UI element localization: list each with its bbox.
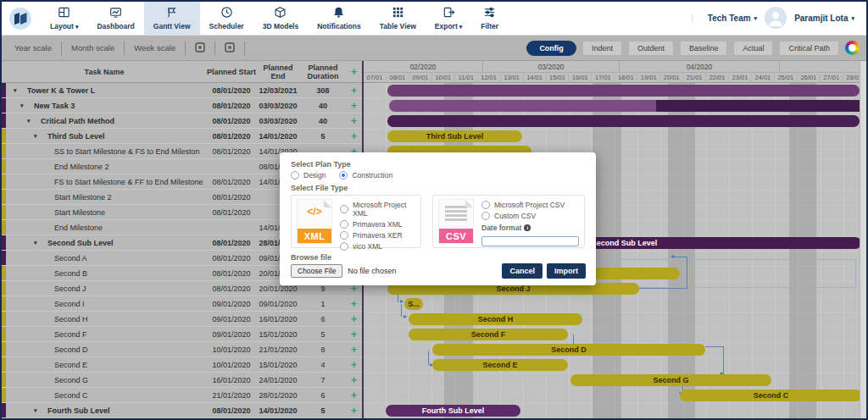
add-task-icon[interactable]: + bbox=[346, 131, 362, 141]
collapse-all-button[interactable] bbox=[186, 41, 215, 55]
nav-item-table-view[interactable]: Table View bbox=[370, 2, 426, 35]
add-task-icon[interactable]: + bbox=[346, 116, 362, 126]
app-logo-icon[interactable] bbox=[8, 7, 32, 30]
plan-option-construction[interactable]: Construction bbox=[339, 171, 392, 180]
cancel-button[interactable]: Cancel bbox=[502, 263, 542, 279]
date-format-input[interactable] bbox=[481, 236, 579, 246]
gantt-bar-fourth-sub-level[interactable]: Fourth Sub Level bbox=[386, 405, 520, 417]
file-option-custom-csv[interactable]: Custom CSV bbox=[481, 212, 579, 220]
table-row[interactable]: Second F09/01/202015/01/20205+ bbox=[2, 327, 362, 342]
file-option-vico-xml[interactable]: vico XML bbox=[340, 242, 415, 251]
table-row[interactable]: ▾Third Sub Level08/01/202014/01/20205+ bbox=[2, 129, 362, 144]
color-wheel-icon[interactable] bbox=[845, 41, 860, 55]
radio-icon[interactable] bbox=[291, 171, 299, 180]
add-task-icon[interactable]: + bbox=[346, 406, 362, 416]
file-option-primavera-xml[interactable]: Primavera XML bbox=[340, 220, 415, 229]
add-column-icon[interactable]: + bbox=[346, 67, 362, 77]
choose-file-button[interactable]: Choose File bbox=[291, 264, 342, 278]
table-row[interactable]: Second I09/01/202009/01/20201+ bbox=[2, 296, 362, 312]
table-row[interactable]: Second C21/01/202028/01/20206+ bbox=[2, 388, 362, 403]
scale-month-scale[interactable]: Month scale bbox=[62, 41, 125, 55]
radio-icon[interactable] bbox=[481, 201, 490, 209]
expand-arrow-icon[interactable]: ▾ bbox=[27, 118, 31, 124]
table-row[interactable]: Second E10/01/202015/01/20204+ bbox=[2, 357, 362, 373]
plan-option-design[interactable]: Design bbox=[291, 171, 326, 180]
col-planned-duration[interactable]: Planned Duration bbox=[300, 64, 346, 80]
gantt-bar-second-d[interactable]: Second D bbox=[432, 344, 705, 356]
table-row[interactable]: Second G16/01/202024/01/20207+ bbox=[2, 373, 362, 388]
scale-week-scale[interactable]: Week scale bbox=[125, 41, 186, 55]
planned-start-cell: 09/01/2020 bbox=[207, 330, 256, 339]
expand-arrow-icon[interactable]: ▾ bbox=[14, 87, 17, 94]
expand-arrow-icon[interactable]: ▾ bbox=[34, 407, 37, 414]
outdent-button[interactable]: Outdent bbox=[628, 41, 674, 56]
add-task-icon[interactable]: + bbox=[346, 360, 362, 370]
add-task-icon[interactable]: + bbox=[346, 101, 362, 111]
add-task-icon[interactable]: + bbox=[346, 314, 362, 324]
table-row[interactable]: ▾Critical Path Method08/01/202003/03/202… bbox=[2, 113, 362, 129]
gantt-bar-second-c[interactable]: Second C bbox=[680, 390, 862, 401]
user-menu[interactable]: Paramjit Lota ▾ bbox=[794, 14, 854, 23]
gantt-bar-second-f[interactable]: Second F bbox=[409, 329, 568, 340]
gantt-bar-second-h[interactable]: Second H bbox=[409, 313, 582, 325]
radio-icon[interactable] bbox=[340, 205, 348, 213]
file-option-primavera-xer[interactable]: Primavera XER bbox=[340, 231, 415, 240]
gantt-bar[interactable] bbox=[656, 100, 866, 112]
add-task-icon[interactable]: + bbox=[346, 375, 362, 385]
add-task-icon[interactable]: + bbox=[346, 390, 362, 401]
config-button[interactable]: Config bbox=[526, 41, 576, 56]
nav-item-gantt-view[interactable]: Gantt View bbox=[144, 2, 200, 35]
baseline-button[interactable]: Baseline bbox=[680, 41, 728, 56]
expand-arrow-icon[interactable]: ▾ bbox=[34, 133, 37, 140]
table-row[interactable]: ▾Tower K & Tower L08/01/202012/03/202130… bbox=[2, 83, 362, 98]
add-task-icon[interactable]: + bbox=[346, 345, 362, 355]
planned-duration-cell: 5 bbox=[300, 406, 346, 415]
col-task-name[interactable]: Task Name bbox=[2, 68, 207, 76]
planned-duration-cell: 4 bbox=[300, 361, 346, 369]
nav-item-scheduler[interactable]: Scheduler bbox=[200, 2, 253, 35]
file-option-microsoft-project-xml[interactable]: Microsoft Project XML bbox=[340, 201, 415, 218]
radio-icon[interactable] bbox=[340, 242, 348, 251]
nav-item-label: Filter bbox=[481, 22, 498, 30]
vertical-scrollbar[interactable] bbox=[860, 61, 866, 418]
workspace-selector[interactable]: Tech Team ▾ bbox=[692, 14, 757, 23]
table-row[interactable]: Second H09/01/202016/01/20206+ bbox=[2, 312, 362, 327]
radio-icon[interactable] bbox=[481, 212, 490, 220]
radio-icon[interactable] bbox=[340, 231, 348, 240]
add-task-icon[interactable]: + bbox=[346, 86, 362, 96]
table-row[interactable]: ▾New Task 308/01/202003/03/202040+ bbox=[2, 98, 362, 113]
table-row[interactable]: Second D10/01/202021/01/20208+ bbox=[2, 342, 362, 357]
critical-path-button[interactable]: Critical Path bbox=[779, 41, 839, 56]
col-planned-start[interactable]: Planned Start bbox=[207, 68, 256, 76]
nav-item-notifications[interactable]: Notifications bbox=[308, 2, 370, 35]
nav-item-layout[interactable]: Layout▾ bbox=[41, 2, 87, 35]
nav-item-3d-models[interactable]: 3D Models bbox=[253, 2, 309, 35]
import-button[interactable]: Import bbox=[547, 263, 586, 279]
indent-button[interactable]: Indent bbox=[582, 41, 622, 56]
gantt-bar[interactable] bbox=[387, 115, 860, 127]
expand-all-button[interactable] bbox=[215, 41, 245, 55]
expand-arrow-icon[interactable]: ▾ bbox=[20, 102, 24, 109]
col-planned-end[interactable]: Planned End bbox=[256, 64, 300, 80]
add-task-icon[interactable]: + bbox=[346, 329, 362, 340]
dependency-line bbox=[401, 304, 402, 317]
gantt-bar-second-e[interactable]: Second E bbox=[432, 359, 568, 371]
gantt-bar[interactable] bbox=[387, 85, 860, 97]
file-option-microsoft-project-csv[interactable]: Microsoft Project CSV bbox=[481, 201, 579, 209]
gantt-bar-s-[interactable]: S... bbox=[404, 298, 423, 310]
avatar[interactable] bbox=[765, 7, 787, 30]
radio-icon[interactable] bbox=[339, 171, 348, 180]
table-row[interactable]: ▾Fourth Sub Level08/01/202014/01/20205+ bbox=[2, 403, 362, 418]
gantt-bar-third-sub-level[interactable]: Third Sub Level bbox=[387, 130, 522, 142]
add-task-icon[interactable]: + bbox=[346, 299, 362, 309]
scale-year-scale[interactable]: Year scale bbox=[5, 41, 62, 55]
radio-icon[interactable] bbox=[340, 220, 348, 229]
nav-item-filter[interactable]: Filter bbox=[471, 2, 508, 35]
nav-item-dashboard[interactable]: Dashboard bbox=[87, 2, 143, 35]
actual-button[interactable]: Actual bbox=[733, 41, 773, 56]
task-name-cell: Second D bbox=[2, 345, 207, 354]
nav-item-export[interactable]: Export▾ bbox=[426, 2, 471, 35]
expand-arrow-icon[interactable]: ▾ bbox=[34, 240, 37, 246]
gantt-bar[interactable] bbox=[389, 100, 656, 112]
gantt-bar-second-g[interactable]: Second G bbox=[570, 374, 771, 386]
